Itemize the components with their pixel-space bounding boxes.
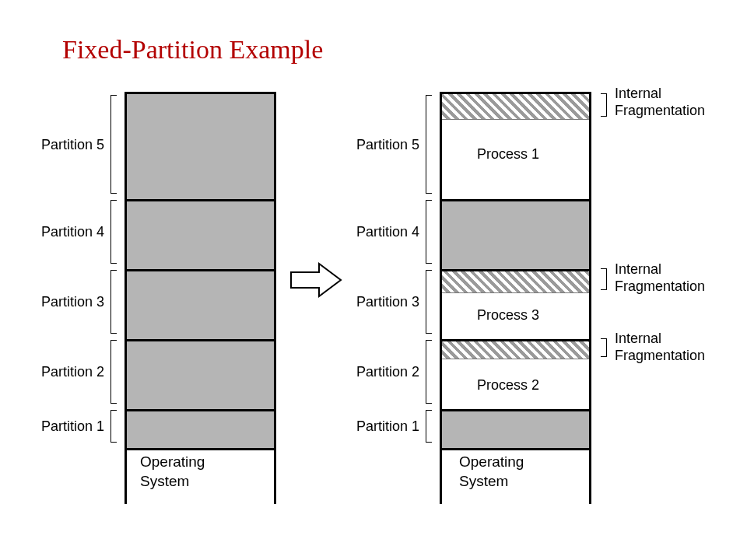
process-3-label: Process 3 xyxy=(477,307,539,324)
process-1-label: Process 1 xyxy=(477,146,539,163)
right-label-p4: Partition 4 xyxy=(345,224,419,240)
right-label-p2: Partition 2 xyxy=(345,364,419,380)
left-memory xyxy=(124,92,276,504)
right-p2-frag xyxy=(442,339,589,359)
left-partition-2 xyxy=(127,339,274,409)
right-p5-frag xyxy=(442,94,589,119)
right-partition-4 xyxy=(442,199,589,269)
frag-label-p5: Internal Fragmentation xyxy=(615,86,705,119)
left-label-p2: Partition 2 xyxy=(30,364,104,380)
left-label-p4: Partition 4 xyxy=(30,224,104,240)
page-title: Fixed-Partition Example xyxy=(62,35,323,65)
left-label-p3: Partition 3 xyxy=(30,294,104,310)
right-partition-1 xyxy=(442,409,589,448)
left-os-label: Operating System xyxy=(140,453,205,491)
svg-marker-0 xyxy=(291,264,341,296)
right-label-p3: Partition 3 xyxy=(345,294,419,310)
left-partition-5 xyxy=(127,94,274,199)
process-2-label: Process 2 xyxy=(477,377,539,394)
arrow-icon xyxy=(289,261,344,299)
left-label-p5: Partition 5 xyxy=(30,137,104,153)
left-partition-1 xyxy=(127,409,274,448)
right-label-p1: Partition 1 xyxy=(345,418,419,435)
frag-label-p2: Internal Fragmentation xyxy=(615,331,705,364)
left-partition-3 xyxy=(127,269,274,339)
right-label-p5: Partition 5 xyxy=(345,137,419,153)
right-p3-frag xyxy=(442,269,589,292)
left-partition-4 xyxy=(127,199,274,269)
right-os-label: Operating System xyxy=(459,453,524,491)
frag-label-p3: Internal Fragmentation xyxy=(615,261,705,295)
left-label-p1: Partition 1 xyxy=(30,418,104,435)
